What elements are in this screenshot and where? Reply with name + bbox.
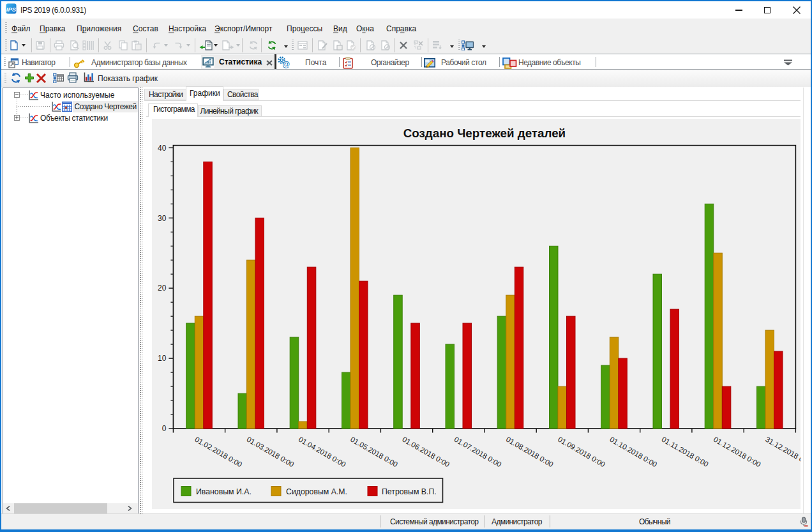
- svg-text:IPS: IPS: [6, 6, 17, 13]
- svg-text:Петровым В.П.: Петровым В.П.: [382, 487, 437, 496]
- svg-text:0: 0: [162, 424, 167, 433]
- svg-text:@: @: [282, 60, 290, 68]
- svg-text:30: 30: [158, 214, 167, 223]
- svg-text:Создано Чертежей деталей: Создано Чертежей деталей: [403, 126, 566, 140]
- svg-text:10: 10: [158, 354, 167, 363]
- svg-text:20: 20: [158, 284, 167, 293]
- svg-text:Сидоровым А.М.: Сидоровым А.М.: [286, 487, 347, 496]
- svg-text:40: 40: [158, 144, 167, 153]
- svg-text:Ивановым И.А.: Ивановым И.А.: [196, 487, 252, 496]
